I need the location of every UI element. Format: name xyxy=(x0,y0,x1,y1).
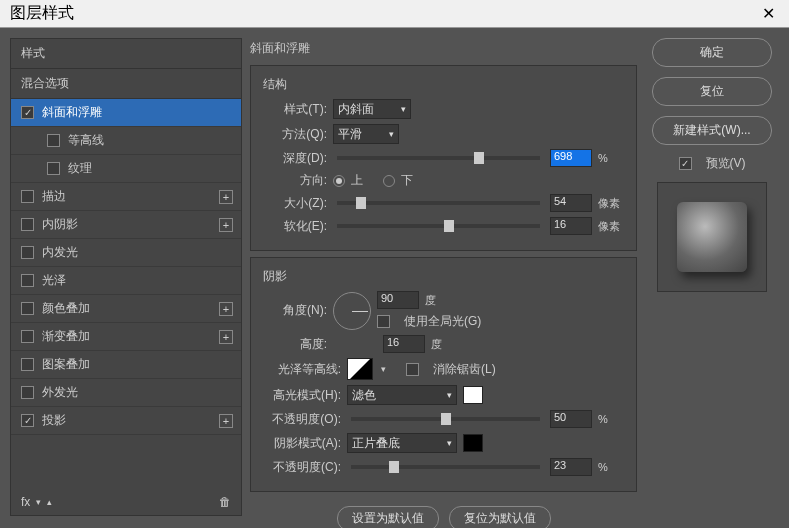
altitude-input[interactable]: 16 xyxy=(383,335,425,353)
highlight-opacity-slider[interactable] xyxy=(351,417,540,421)
close-icon[interactable]: ✕ xyxy=(756,4,781,23)
style-checkbox[interactable] xyxy=(21,218,34,231)
depth-input[interactable]: 698 xyxy=(550,149,592,167)
altitude-label: 高度: xyxy=(263,336,327,353)
style-checkbox[interactable] xyxy=(21,386,34,399)
style-item-9[interactable]: 图案叠加 xyxy=(11,351,241,379)
style-checkbox[interactable] xyxy=(21,190,34,203)
global-light-label: 使用全局光(G) xyxy=(404,313,481,330)
style-checkbox[interactable] xyxy=(21,302,34,315)
plus-icon[interactable]: + xyxy=(219,330,233,344)
style-item-1[interactable]: 等高线 xyxy=(11,127,241,155)
fx-label[interactable]: fx xyxy=(21,495,30,509)
style-select[interactable]: 内斜面▾ xyxy=(333,99,411,119)
cancel-button[interactable]: 复位 xyxy=(652,77,772,106)
chevron-down-icon: ▾ xyxy=(401,104,406,114)
chevron-down-icon[interactable]: ▾ xyxy=(381,364,386,374)
style-item-6[interactable]: 光泽 xyxy=(11,267,241,295)
shadow-mode-select[interactable]: 正片叠底▾ xyxy=(347,433,457,453)
technique-label: 方法(Q): xyxy=(263,126,327,143)
soften-input[interactable]: 16 xyxy=(550,217,592,235)
size-unit: 像素 xyxy=(598,196,624,211)
style-item-5[interactable]: 内发光 xyxy=(11,239,241,267)
shadow-color-swatch[interactable] xyxy=(463,434,483,452)
size-label: 大小(Z): xyxy=(263,195,327,212)
right-panel: 确定 复位 新建样式(W)... 预览(V) xyxy=(645,38,779,516)
style-item-0[interactable]: 斜面和浮雕 xyxy=(11,99,241,127)
style-checkbox[interactable] xyxy=(21,330,34,343)
new-style-button[interactable]: 新建样式(W)... xyxy=(652,116,772,145)
default-buttons-row: 设置为默认值 复位为默认值 xyxy=(250,498,637,528)
angle-input[interactable]: 90 xyxy=(377,291,419,309)
reset-default-button[interactable]: 复位为默认值 xyxy=(449,506,551,528)
plus-icon[interactable]: + xyxy=(219,190,233,204)
angle-unit: 度 xyxy=(425,293,451,308)
style-checkbox[interactable] xyxy=(21,274,34,287)
style-checkbox[interactable] xyxy=(47,162,60,175)
style-checkbox[interactable] xyxy=(21,358,34,371)
trash-icon[interactable]: 🗑 xyxy=(219,495,231,509)
style-item-label: 渐变叠加 xyxy=(42,328,90,345)
style-item-label: 描边 xyxy=(42,188,66,205)
style-item-label: 内发光 xyxy=(42,244,78,261)
plus-icon[interactable]: + xyxy=(219,414,233,428)
style-item-8[interactable]: 渐变叠加+ xyxy=(11,323,241,351)
style-item-label: 图案叠加 xyxy=(42,356,90,373)
global-light-checkbox[interactable] xyxy=(377,315,390,328)
size-slider[interactable] xyxy=(337,201,540,205)
preview-checkbox[interactable] xyxy=(679,157,692,170)
style-label: 样式(T): xyxy=(263,101,327,118)
angle-label: 角度(N): xyxy=(263,302,327,319)
style-item-label: 投影 xyxy=(42,412,66,429)
shadow-opacity-slider[interactable] xyxy=(351,465,540,469)
dialog-content: 样式 混合选项 斜面和浮雕等高线纹理描边+内阴影+内发光光泽颜色叠加+渐变叠加+… xyxy=(0,28,789,526)
style-checkbox[interactable] xyxy=(21,414,34,427)
soften-slider[interactable] xyxy=(337,224,540,228)
style-item-11[interactable]: 投影+ xyxy=(11,407,241,435)
angle-dial[interactable] xyxy=(333,292,371,330)
direction-label: 方向: xyxy=(263,172,327,189)
style-item-3[interactable]: 描边+ xyxy=(11,183,241,211)
styles-header[interactable]: 样式 xyxy=(11,39,241,69)
style-checkbox[interactable] xyxy=(21,246,34,259)
highlight-color-swatch[interactable] xyxy=(463,386,483,404)
depth-slider[interactable] xyxy=(337,156,540,160)
antialias-label: 消除锯齿(L) xyxy=(433,361,496,378)
plus-icon[interactable]: + xyxy=(219,218,233,232)
chevron-down-icon[interactable]: ▾ xyxy=(36,497,41,507)
shadow-opacity-label: 不透明度(C): xyxy=(263,459,341,476)
gloss-contour-picker[interactable] xyxy=(347,358,373,380)
style-item-label: 颜色叠加 xyxy=(42,300,90,317)
direction-down-radio[interactable] xyxy=(383,175,395,187)
make-default-button[interactable]: 设置为默认值 xyxy=(337,506,439,528)
chevron-up-icon[interactable]: ▴ xyxy=(47,497,52,507)
style-item-4[interactable]: 内阴影+ xyxy=(11,211,241,239)
ok-button[interactable]: 确定 xyxy=(652,38,772,67)
direction-up-radio[interactable] xyxy=(333,175,345,187)
plus-icon[interactable]: + xyxy=(219,302,233,316)
styles-list: 斜面和浮雕等高线纹理描边+内阴影+内发光光泽颜色叠加+渐变叠加+图案叠加外发光投… xyxy=(11,99,241,435)
blend-options-header[interactable]: 混合选项 xyxy=(11,69,241,99)
altitude-unit: 度 xyxy=(431,337,457,352)
chevron-down-icon: ▾ xyxy=(447,438,452,448)
style-item-7[interactable]: 颜色叠加+ xyxy=(11,295,241,323)
style-checkbox[interactable] xyxy=(47,134,60,147)
shading-title: 阴影 xyxy=(263,268,624,285)
style-checkbox[interactable] xyxy=(21,106,34,119)
soften-label: 软化(E): xyxy=(263,218,327,235)
direction-up-label: 上 xyxy=(351,172,363,189)
shadow-opacity-input[interactable]: 23 xyxy=(550,458,592,476)
style-item-label: 光泽 xyxy=(42,272,66,289)
size-input[interactable]: 54 xyxy=(550,194,592,212)
highlight-mode-select[interactable]: 滤色▾ xyxy=(347,385,457,405)
shadow-mode-label: 阴影模式(A): xyxy=(263,435,341,452)
style-item-2[interactable]: 纹理 xyxy=(11,155,241,183)
style-item-label: 内阴影 xyxy=(42,216,78,233)
structure-title: 结构 xyxy=(263,76,624,93)
highlight-opacity-input[interactable]: 50 xyxy=(550,410,592,428)
highlight-opacity-label: 不透明度(O): xyxy=(263,411,341,428)
depth-unit: % xyxy=(598,152,624,164)
antialias-checkbox[interactable] xyxy=(406,363,419,376)
technique-select[interactable]: 平滑▾ xyxy=(333,124,399,144)
style-item-10[interactable]: 外发光 xyxy=(11,379,241,407)
